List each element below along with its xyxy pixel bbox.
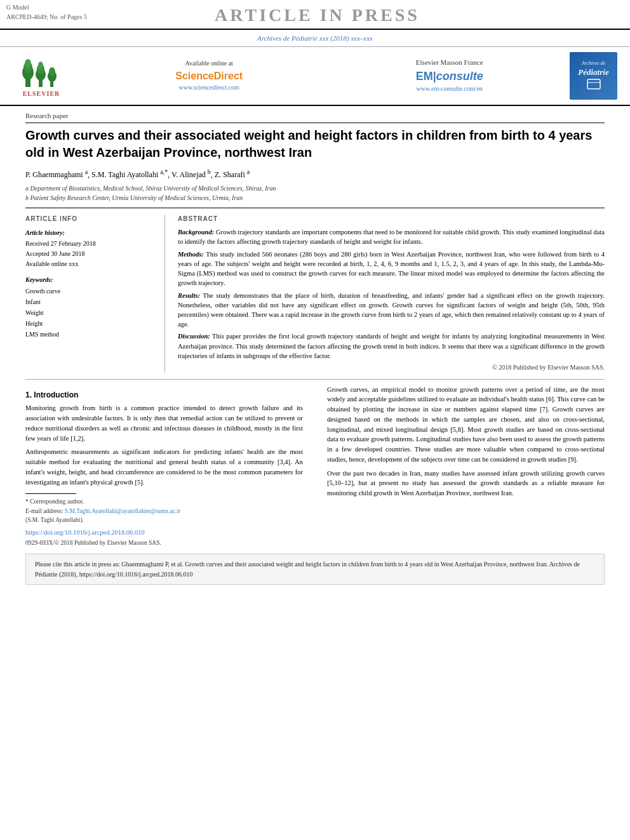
corresponding-author-label: * Corresponding author.: [25, 497, 303, 506]
kw-infant: Infant: [25, 297, 157, 307]
sup-b: b: [208, 168, 211, 175]
sciencedirect-logo-text: ScienceDirect: [175, 69, 243, 83]
abstract-heading: ABSTRACT: [178, 215, 605, 224]
logos-bar: ELSEVIER Available online at ScienceDire…: [0, 47, 630, 106]
abstract-background: Background: Growth trajectory standards …: [178, 227, 605, 246]
right-para1: Growth curves, an empirical model to mon…: [327, 385, 605, 465]
g-model-label: G Model: [6, 4, 29, 11]
right-para2: Over the past two decades in Iran, many …: [327, 469, 605, 498]
svg-rect-5: [39, 80, 43, 87]
copyright-line: © 2018 Published by Elsevier Masson SAS.: [178, 363, 605, 373]
affiliation-a: a Department of Biostatistics, Medical S…: [25, 183, 605, 193]
received-date: Received 27 February 2018: [25, 239, 157, 249]
authors-line: P. Ghaemmaghami a, S.M. Taghi Ayatollahi…: [25, 168, 605, 180]
kw-weight: Weight: [25, 307, 157, 318]
model-info: G Model ARCPED-4649; No. of Pages 5: [6, 3, 87, 22]
kw-height: Height: [25, 318, 157, 329]
svg-rect-9: [50, 81, 53, 87]
elsevier-tree-icon: [22, 53, 60, 88]
available-online-text: Available online at: [175, 59, 243, 68]
affiliations: a Department of Biostatistics, Medical S…: [25, 183, 605, 203]
sup-a3: a: [247, 168, 250, 175]
footnote-block: * Corresponding author. E-mail address: …: [25, 497, 303, 524]
sciencedirect-block: Available online at ScienceDirect www.sc…: [175, 59, 243, 92]
available-online: Available online xxx: [25, 259, 157, 269]
abstract-methods: Methods: This study included 566 neonate…: [178, 250, 605, 288]
kw-growth-curve: Growth curve: [25, 286, 157, 297]
journal-subtitle: Archives de Pédiatrie xxx (2018) xxx–xxx: [0, 30, 630, 46]
results-text: The study demonstrates that the place of…: [178, 292, 605, 328]
methods-text: This study included 566 neonates (286 bo…: [178, 251, 605, 287]
email-value: S.M.Taghi.Ayatollahi@ayatollahim@sums.ac…: [65, 508, 180, 514]
archives-logo-text: Archives de Pédiatrie: [578, 60, 608, 77]
discussion-label: Discussion:: [178, 333, 210, 340]
elsevier-text: ELSEVIER: [23, 90, 60, 98]
kw-lms: LMS method: [25, 329, 157, 340]
article-info-abstract-section: ARTICLE INFO Article history: Received 2…: [25, 208, 605, 380]
archives-icon: [584, 78, 603, 91]
article-in-press-title: ARTICLE IN PRESS: [87, 3, 547, 27]
emconsulte-block: Elsevier Masson France EM|consulte www.e…: [416, 58, 483, 94]
email-label: E-mail address:: [25, 508, 63, 514]
results-label: Results:: [178, 292, 200, 299]
abstract-discussion: Discussion: This paper provides the firs…: [178, 331, 605, 361]
author-alinejad: V. Alinejad b: [171, 170, 211, 179]
intro-para1: Monitoring growth from birth is a common…: [25, 403, 303, 443]
svg-point-8: [38, 62, 43, 69]
accepted-date: Accepted 30 June 2018: [25, 249, 157, 259]
keywords-label: Keywords:: [25, 276, 157, 284]
body-right-column: Growth curves, an empirical model to mon…: [327, 385, 605, 548]
content-area: Research paper Growth curves and their a…: [0, 106, 630, 592]
intro-heading: 1. Introduction: [25, 390, 303, 401]
middle-logos: Available online at ScienceDirect www.sc…: [89, 58, 570, 94]
svg-point-4: [25, 59, 31, 68]
top-banner: G Model ARCPED-4649; No. of Pages 5 ARTI…: [0, 0, 630, 30]
author-name-bracket: (S.M. Taghi Ayatollahi).: [25, 516, 303, 524]
svg-point-11: [49, 67, 55, 76]
background-label: Background:: [178, 229, 214, 236]
issn-line: 0929-693X/© 2018 Published by Elsevier M…: [25, 539, 303, 547]
affiliation-b: b Patient Safety Research Center, Urmia …: [25, 193, 605, 203]
methods-label: Methods:: [178, 251, 204, 258]
cite-text: Please cite this article in press as: Gh…: [35, 561, 580, 578]
author-sharafi: Z. Sharafi a: [215, 170, 250, 179]
email-line: E-mail address: S.M.Taghi.Ayatollahi@aya…: [25, 507, 303, 516]
author-ayatollahi: S.M. Taghi Ayatollahi a,*: [91, 170, 168, 179]
sup-a1: a: [85, 168, 88, 175]
abstract-column: ABSTRACT Background: Growth trajectory s…: [178, 215, 605, 373]
svg-rect-12: [587, 79, 600, 89]
archives-logo-box: Archives de Pédiatrie: [570, 52, 617, 100]
sup-a2: a,*: [160, 168, 168, 175]
archives-line1: Archives de: [582, 60, 605, 66]
abstract-results: Results: The study demonstrates that the…: [178, 291, 605, 330]
sciencedirect-url: www.sciencedirect.com: [175, 83, 243, 92]
em-url: www.em-consulte.com/en: [416, 84, 483, 93]
em-logo: EM|consulte: [416, 69, 483, 84]
discussion-text: This paper provides the first local grow…: [178, 333, 605, 359]
cite-box: Please cite this article in press as: Gh…: [25, 554, 605, 585]
background-text: Growth trajectory standards are importan…: [178, 229, 605, 245]
article-info-heading: ARTICLE INFO: [25, 215, 157, 223]
article-type-label: Research paper: [25, 111, 605, 123]
archives-logo-title: Pédiatrie: [578, 67, 608, 77]
doi-link[interactable]: https://doi.org/10.1016/j.arcped.2018.06…: [25, 528, 303, 538]
history-label: Article history:: [25, 229, 157, 237]
elsevier-logo: ELSEVIER: [13, 53, 70, 98]
article-title: Growth curves and their associated weigh…: [25, 127, 605, 161]
intro-para2: Anthropometric measurements as significa…: [25, 447, 303, 487]
keywords-list: Growth curve Infant Weight Height LMS me…: [25, 286, 157, 340]
article-info-column: ARTICLE INFO Article history: Received 2…: [25, 215, 165, 373]
elsevier-masson-text: Elsevier Masson France: [416, 58, 483, 67]
body-left-column: 1. Introduction Monitoring growth from b…: [25, 385, 303, 548]
body-content: 1. Introduction Monitoring growth from b…: [25, 385, 605, 548]
author-ghaem: P. Ghaemmaghami a: [25, 170, 88, 179]
arcped-label: ARCPED-4649; No. of Pages 5: [6, 13, 87, 20]
